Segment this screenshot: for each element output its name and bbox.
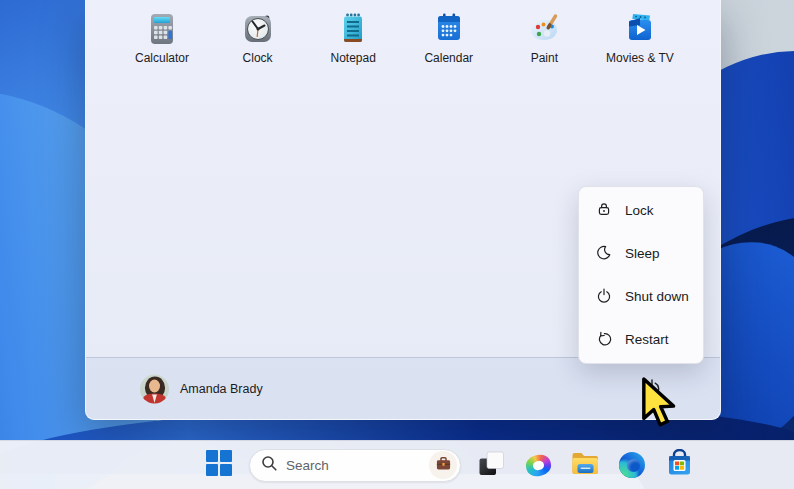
sleep-icon [596,244,612,264]
user-bar: Amanda Brady [86,357,720,419]
lock-icon [596,201,612,221]
power-menu-item-shutdown[interactable]: Shut down [579,275,703,318]
microsoft-store-icon [666,449,693,481]
app-label: Calculator [135,51,189,65]
app-paint[interactable]: Paint [499,12,589,65]
file-explorer-icon [571,451,600,480]
calendar-icon [432,12,466,46]
power-menu-item-restart[interactable]: Restart [579,318,703,361]
power-menu-item-sleep[interactable]: Sleep [579,232,703,275]
search-icon [261,455,278,476]
avatar [140,374,169,403]
restart-icon [596,330,612,350]
edge-button[interactable] [615,445,649,485]
briefcase-icon [435,455,452,476]
search-box[interactable] [249,449,461,482]
app-calendar[interactable]: Calendar [404,12,494,65]
edge-icon [619,452,645,478]
app-label: Paint [531,51,558,65]
pinned-apps: Calculator [117,12,685,65]
user-profile-button[interactable]: Amanda Brady [132,369,271,408]
shutdown-icon [596,287,612,307]
power-menu-label: Shut down [625,289,689,304]
clock-icon [241,12,275,46]
store-button[interactable] [662,445,696,485]
task-view-icon [478,450,505,481]
file-explorer-button[interactable] [568,445,602,485]
search-highlight-badge[interactable] [429,451,457,479]
start-button[interactable] [202,445,236,485]
windows-logo-icon [206,450,232,480]
app-calculator[interactable]: Calculator [117,12,207,65]
paint-icon [527,12,561,46]
movies-tv-icon [623,12,657,46]
power-menu-label: Lock [625,203,654,218]
copilot-button[interactable] [521,445,555,485]
cursor [640,377,686,435]
calculator-icon [145,12,179,46]
desktop: Calculator [0,0,794,489]
task-view-button[interactable] [474,445,508,485]
app-label: Calendar [424,51,473,65]
power-menu-label: Restart [625,332,669,347]
search-input[interactable] [286,458,429,473]
app-clock[interactable]: Clock [213,12,303,65]
app-label: Clock [243,51,273,65]
app-label: Movies & TV [606,51,674,65]
copilot-icon [526,453,551,478]
app-label: Notepad [331,51,376,65]
power-menu: Lock Sleep Shut down [578,186,704,364]
taskbar [0,440,794,489]
power-menu-label: Sleep [625,246,660,261]
user-name: Amanda Brady [180,382,263,396]
app-movies-tv[interactable]: Movies & TV [595,12,685,65]
notepad-icon [336,12,370,46]
power-menu-item-lock[interactable]: Lock [579,189,703,232]
app-notepad[interactable]: Notepad [308,12,398,65]
